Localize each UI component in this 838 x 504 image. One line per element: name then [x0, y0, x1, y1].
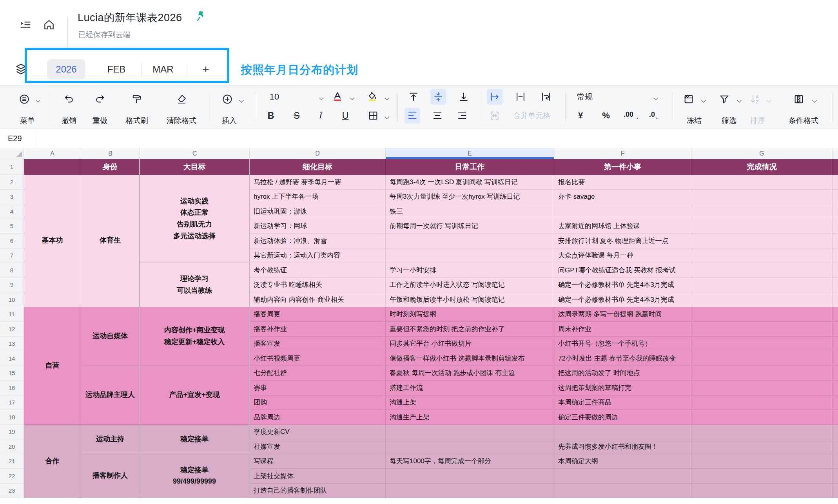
increase-decimal-button[interactable]: .00→: [624, 111, 639, 119]
sheet-tab-2026[interactable]: 2026: [47, 59, 85, 80]
valign-bottom-button[interactable]: [458, 91, 469, 102]
clear-format-button[interactable]: [176, 94, 187, 105]
merged-cell-A19-A23[interactable]: 合作: [24, 425, 81, 499]
row-header-13[interactable]: 13: [0, 337, 24, 352]
cell-D18[interactable]: 品牌周边: [250, 410, 386, 425]
italic-button[interactable]: I: [319, 111, 322, 121]
cell-D16[interactable]: 赛事: [250, 381, 386, 395]
formula-input[interactable]: [36, 129, 838, 148]
cell-H21-partial[interactable]: [833, 454, 838, 469]
row-header-1[interactable]: 1: [0, 159, 24, 175]
collapse-sidebar-icon[interactable]: [19, 18, 32, 31]
cell-H15-partial[interactable]: [833, 366, 838, 381]
merged-cell-C15-C18[interactable]: 产品+宣发+变现: [140, 366, 250, 425]
font-color-button[interactable]: [332, 91, 343, 102]
percent-button[interactable]: %: [602, 111, 610, 121]
column-header-E-selected[interactable]: E: [386, 148, 554, 159]
merged-cell-C2-C7[interactable]: 运动实践 体态正常 告别肌无力 多元运动选择: [140, 175, 250, 263]
merged-cell-B19-B20[interactable]: 运动主持: [81, 425, 140, 454]
column-header-A[interactable]: A: [24, 148, 81, 159]
cell-G23[interactable]: [691, 484, 833, 499]
cell-H4-partial[interactable]: [833, 204, 838, 219]
cell-D15[interactable]: 七分配社群: [250, 366, 386, 381]
cell-F3[interactable]: 办卡 savage: [554, 190, 691, 205]
text-wrap-button[interactable]: [541, 91, 551, 102]
home-icon[interactable]: [43, 18, 55, 31]
cell-D12[interactable]: 播客补作业: [250, 322, 386, 337]
cell-H2-partial[interactable]: [833, 175, 838, 190]
cell-F15[interactable]: 把这周的活动发了 时间地点: [554, 366, 691, 381]
cell-G5[interactable]: [691, 219, 833, 234]
cell-F21[interactable]: 本周确定大纲: [554, 454, 691, 469]
row-header-23[interactable]: 23: [0, 484, 24, 499]
cell-D6[interactable]: 新运动体验：冲浪、滑雪: [250, 234, 386, 248]
cell-H8-partial[interactable]: [833, 263, 838, 278]
cell-F19[interactable]: [554, 425, 691, 440]
cell-A1[interactable]: [24, 159, 81, 175]
cell-H11-partial[interactable]: [833, 307, 838, 322]
cell-D23[interactable]: 打造自己的播客制作团队: [250, 484, 386, 499]
currency-button[interactable]: ¥: [578, 111, 583, 121]
cell-E20[interactable]: [386, 439, 554, 454]
halign-center-button[interactable]: [432, 110, 443, 121]
sheet-tab-mar[interactable]: MAR: [144, 59, 182, 80]
font-size-select[interactable]: 10: [270, 92, 279, 102]
cell-G21[interactable]: [691, 454, 833, 469]
merged-cell-C21-C23[interactable]: 稳定接单 99/499/99999: [140, 454, 250, 499]
cell-F8[interactable]: 问GPT哪个教练证适合我 买教材 报考试: [554, 263, 691, 278]
column-header-D[interactable]: D: [250, 148, 386, 159]
cell-E23[interactable]: [386, 484, 554, 499]
cell-F18[interactable]: 确定三件要做的周边: [554, 410, 691, 425]
cell-E10[interactable]: 午饭和晚饭后读半小时放松 写阅读笔记: [386, 292, 554, 307]
merged-cell-C19-C20[interactable]: 稳定接单: [140, 425, 250, 454]
row-header-21[interactable]: 21: [0, 454, 24, 469]
valign-middle-button[interactable]: [430, 89, 446, 105]
cell-H19-partial[interactable]: [833, 425, 838, 440]
cell-H18-partial[interactable]: [833, 410, 838, 425]
cell-F17[interactable]: 本周确定三件商品: [554, 395, 691, 410]
sheet-tab-feb[interactable]: FEB: [97, 59, 136, 80]
cell-D3[interactable]: hyrox 上下半年各一场: [250, 190, 386, 205]
freeze-button[interactable]: [683, 94, 694, 105]
cell-F13[interactable]: 小红书开号（忽悠一个手机号）: [554, 337, 691, 352]
cell-E12[interactable]: 重要但不紧急的时刻 把之前的作业补了: [386, 322, 554, 337]
cell-F1[interactable]: 第一件小事: [554, 159, 691, 175]
cell-H12-partial[interactable]: [833, 322, 838, 337]
row-header-12[interactable]: 12: [0, 322, 24, 337]
merge-cells-button[interactable]: [489, 110, 500, 121]
text-clip-button[interactable]: [515, 91, 526, 102]
merged-cell-C8-C10[interactable]: 理论学习 可以当教练: [140, 263, 250, 307]
row-header-11[interactable]: 11: [0, 307, 24, 322]
cell-E7[interactable]: [386, 248, 554, 263]
cell-G17[interactable]: [691, 395, 833, 410]
pin-icon[interactable]: [195, 10, 207, 22]
cell-D17[interactable]: 团购: [250, 395, 386, 410]
cell-D19[interactable]: 季度更新CV: [250, 425, 386, 440]
cell-G12[interactable]: [691, 322, 833, 337]
cell-D22[interactable]: 上架社交媒体: [250, 469, 386, 484]
cell-H22-partial[interactable]: [833, 469, 838, 484]
cell-G1[interactable]: 完成情况: [691, 159, 833, 175]
cell-D8[interactable]: 考个教练证: [250, 263, 386, 278]
insert-button[interactable]: [222, 94, 233, 105]
cell-H1-partial[interactable]: [833, 159, 838, 175]
row-header-3[interactable]: 3: [0, 190, 24, 205]
cell-D9[interactable]: 泛读专业书 吃睡练相关: [250, 278, 386, 293]
cell-D21[interactable]: 写课程: [250, 454, 386, 469]
column-header-F[interactable]: F: [554, 148, 691, 159]
add-sheet-button[interactable]: +: [192, 59, 219, 80]
cell-E1[interactable]: 日常工作: [386, 159, 554, 175]
row-header-7[interactable]: 7: [0, 248, 24, 263]
cell-G3[interactable]: [691, 190, 833, 205]
merged-cell-B2-B10[interactable]: 体育生: [81, 175, 140, 307]
cell-D20[interactable]: 社媒宣发: [250, 439, 386, 454]
cell-H5-partial[interactable]: [833, 219, 838, 234]
cell-F12[interactable]: 周末补作业: [554, 322, 691, 337]
cell-G15[interactable]: [691, 366, 833, 381]
cell-E13[interactable]: 同步其它平台 小红书做切片: [386, 337, 554, 352]
number-format-select[interactable]: 常规: [577, 92, 593, 102]
cell-G4[interactable]: [691, 204, 833, 219]
cell-E6[interactable]: [386, 234, 554, 248]
cell-B1[interactable]: 身份: [81, 159, 140, 175]
cell-G2[interactable]: [691, 175, 833, 190]
